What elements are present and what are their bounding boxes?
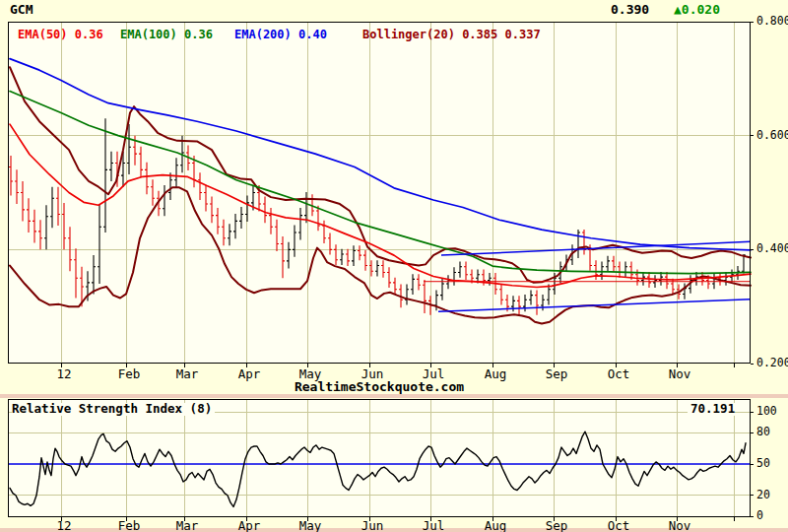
last-price: 0.390 <box>611 3 649 16</box>
symbol-title: GCM <box>10 3 33 16</box>
month-label: Nov <box>663 368 696 381</box>
price-axis-label: 0.400 <box>756 243 788 255</box>
rsi-last-value: 70.191 <box>688 403 735 416</box>
month-label: Feb <box>112 368 146 381</box>
price-axis-label: 0.800 <box>756 16 788 28</box>
chart-canvas <box>0 0 788 532</box>
month-label: Oct <box>602 368 635 381</box>
legend-ema100: EMA(100) 0.36 <box>120 29 213 40</box>
month-label: Aug <box>479 368 512 381</box>
rsi-month-label: Nov <box>663 520 696 532</box>
rsi-month-label: Jun <box>356 520 389 532</box>
rsi-axis-label: 0 <box>756 510 763 522</box>
rsi-month-label: Jul <box>417 520 450 532</box>
stock-chart-page: GCM 0.390 ▲0.020 EMA(50) 0.36 EMA(100) 0… <box>0 0 788 532</box>
legend-ema50: EMA(50) 0.36 <box>18 29 103 40</box>
price-change: ▲0.020 <box>674 3 720 16</box>
rsi-axis-label: 100 <box>756 406 777 418</box>
price-axis-label: 0.600 <box>756 130 788 142</box>
legend-ema200: EMA(200) 0.40 <box>234 29 327 40</box>
rsi-panel-title: Relative Strength Index (8) <box>12 403 215 416</box>
rsi-month-label: Mar <box>170 520 204 532</box>
rsi-month-label: Apr <box>232 520 266 532</box>
month-label: Mar <box>170 368 204 381</box>
rsi-month-label: May <box>294 520 327 532</box>
rsi-panel-bg <box>8 399 751 517</box>
rsi-axis-label: 50 <box>756 458 770 470</box>
watermark-link[interactable]: RealtimeStockquote.com <box>0 380 758 393</box>
legend-bollinger: Bollinger(20) 0.385 0.337 <box>362 29 541 40</box>
rsi-month-label: 12 <box>47 520 81 532</box>
month-label: Jul <box>417 368 450 381</box>
rsi-month-label: Feb <box>112 520 146 532</box>
month-label: May <box>294 368 327 381</box>
rsi-axis-label: 80 <box>756 427 770 438</box>
price-axis-label: 0.200 <box>756 358 788 369</box>
rsi-axis-label: 20 <box>756 490 770 501</box>
month-label: Apr <box>232 368 266 381</box>
month-label: 12 <box>47 368 81 381</box>
month-label: Jun <box>356 368 389 381</box>
rsi-month-label: Aug <box>479 520 512 532</box>
month-label: Sep <box>540 368 573 381</box>
rsi-month-label: Sep <box>540 520 573 532</box>
rsi-month-label: Oct <box>602 520 635 532</box>
price-panel-bg <box>8 22 751 364</box>
panel-divider <box>0 394 788 398</box>
